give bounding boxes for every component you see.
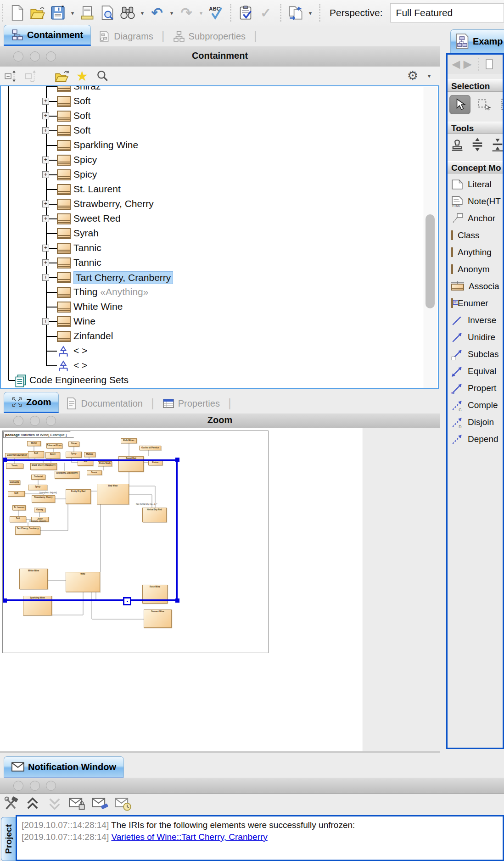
toolbox-item-note-ht[interactable]: HTMLNote(HT xyxy=(448,194,504,209)
toolbox-item-depend[interactable]: Depend xyxy=(448,431,504,447)
window-button-minimize[interactable] xyxy=(30,781,40,791)
toolbox-item-associa[interactable]: Associa xyxy=(448,279,504,294)
marquee-select-button[interactable] xyxy=(473,95,494,114)
compress-vertical-icon[interactable] xyxy=(491,137,504,152)
tree-item-soft[interactable]: Soft xyxy=(73,124,90,136)
tree-expander-plus[interactable]: + xyxy=(42,318,49,325)
transfer-dropdown-caret[interactable]: ▾ xyxy=(307,10,314,17)
window-button-zoom[interactable] xyxy=(46,781,56,791)
tree-item-soft[interactable]: Soft xyxy=(73,95,90,107)
diagram-node-dessert-wine[interactable]: Dessert Wine xyxy=(144,609,172,628)
collapse-selected-button[interactable] xyxy=(23,69,39,84)
diagram-node-shiraz[interactable]: Shiraz xyxy=(68,442,79,447)
save-dropdown-caret[interactable]: ▾ xyxy=(69,10,76,17)
tab-notification-window[interactable]: Notification Window xyxy=(4,756,124,778)
favorites-button[interactable]: ★ xyxy=(74,69,90,84)
tab-containment[interactable]: Containment xyxy=(4,25,91,46)
selection-handle[interactable] xyxy=(3,598,7,603)
tree-item-white-wine[interactable]: White Wine xyxy=(73,301,123,313)
diagram-node-soft[interactable]: Soft xyxy=(28,451,44,458)
spell-check-button[interactable]: ABC xyxy=(207,4,224,22)
print-preview-button[interactable] xyxy=(99,4,116,22)
diagram-node-cabernet-franc[interactable]: Cabernet Franc xyxy=(46,443,62,448)
collapse-all-button[interactable] xyxy=(3,69,18,84)
selection-handle[interactable] xyxy=(3,458,7,462)
tree-expander-plus[interactable]: + xyxy=(42,201,49,207)
tab-properties[interactable]: Properties xyxy=(155,394,227,413)
selection-handle[interactable] xyxy=(175,458,179,462)
tree-item-st-laurent[interactable]: St. Laurent xyxy=(73,183,121,195)
tree-item-tart-cherry-cranberry[interactable]: Tart Cherry, Cranberry xyxy=(73,271,173,284)
print-button[interactable] xyxy=(78,4,96,22)
tree-item-strawberry-cherry[interactable]: Strawberry, Cherry xyxy=(73,198,154,210)
tree-item-thing[interactable]: Thing «Anything» xyxy=(73,286,148,298)
tree-expander-plus[interactable]: + xyxy=(42,215,49,222)
partial-toolbar-icon[interactable] xyxy=(486,59,493,69)
open-project-button[interactable] xyxy=(29,4,46,22)
open-in-diagram-button[interactable] xyxy=(54,69,70,84)
toolbox-header-selection[interactable]: Selection xyxy=(448,79,504,92)
toolbox-item-equival[interactable]: Equival xyxy=(448,363,504,379)
tree-item-tannic[interactable]: Tannic xyxy=(73,257,101,268)
diagram-node-malbec[interactable]: Malbec xyxy=(84,452,95,457)
toolbox-item-disjoin[interactable]: DDisjoin xyxy=(448,414,504,430)
tree-item-zinfandel[interactable]: Zinfandel xyxy=(73,330,113,342)
tree-expander-plus[interactable]: + xyxy=(42,157,49,163)
cursor-tool-button[interactable] xyxy=(449,95,470,114)
zoom-diagram-thumbnail[interactable]: package Varieties of Wine[ Example ] Mer… xyxy=(2,430,269,653)
tree-expander-plus[interactable]: + xyxy=(42,171,49,178)
tree-item-spicy[interactable]: Spicy xyxy=(73,168,97,180)
find-button[interactable] xyxy=(119,4,136,22)
tree-scrollbar[interactable] xyxy=(424,87,437,389)
stamp-tool-icon[interactable] xyxy=(450,137,464,152)
distribute-vertical-icon[interactable] xyxy=(470,137,484,152)
tree-item--[interactable]: < > xyxy=(73,359,87,371)
toolbox-item-unidire[interactable]: Unidire xyxy=(448,330,504,345)
toolbox-item-inverse[interactable]: Inverse xyxy=(448,313,504,328)
validate-button[interactable] xyxy=(237,4,254,22)
diagram-node-merlot[interactable]: Merlot xyxy=(27,441,41,446)
tab-diagrams[interactable]: Diagrams xyxy=(91,27,161,46)
tree-item-sweet-red[interactable]: Sweet Red xyxy=(73,212,121,224)
toolbox-header-tools[interactable]: Tools xyxy=(448,122,504,134)
tree-expander-plus[interactable]: + xyxy=(42,274,49,281)
tab-subproperties[interactable]: Subproperties xyxy=(166,27,253,46)
diagram-selection-rect[interactable] xyxy=(3,459,178,601)
tree-item-code-engineering-sets[interactable]: Code Engineering Sets xyxy=(29,374,129,386)
undo-dropdown-caret[interactable]: ▾ xyxy=(168,10,175,17)
diagram-node-cabernet-sauvignon[interactable]: Cabernet Sauvignon xyxy=(5,453,29,458)
collapse-all-down-icon[interactable] xyxy=(47,796,62,811)
toolbox-item-enumer[interactable]: EEnumer xyxy=(448,296,504,311)
log-element-link[interactable]: Varieties of Wine::Tart Cherry, Cranberr… xyxy=(111,832,267,842)
save-button[interactable]: * xyxy=(49,4,67,22)
tree-item-shiraz[interactable]: Shiraz xyxy=(73,85,101,92)
notification-history-icon[interactable] xyxy=(115,796,131,811)
tree-expander-plus[interactable]: + xyxy=(42,112,49,119)
tree-item-syrah[interactable]: Syrah xyxy=(73,227,99,239)
toolbox-item-literal[interactable]: Literal xyxy=(448,177,504,192)
window-button-close[interactable] xyxy=(13,781,23,791)
toolbox-item-anonym[interactable]: Anonym xyxy=(448,262,504,277)
expand-all-icon[interactable] xyxy=(25,796,40,811)
toolbox-item-propert[interactable]: ∞Propert xyxy=(448,380,504,396)
toolbox-item-comple[interactable]: CComple xyxy=(448,397,504,413)
forward-arrow-icon[interactable]: ▶ xyxy=(464,58,471,70)
tab-zoom[interactable]: Zoom xyxy=(4,392,59,413)
tree-item-spicy[interactable]: Spicy xyxy=(73,154,97,166)
tree-expander-plus[interactable]: + xyxy=(42,245,49,252)
multi-select-button[interactable] xyxy=(497,95,504,114)
diagram-node-spicy[interactable]: Spicy xyxy=(66,452,82,458)
tree-expander-plus[interactable]: + xyxy=(42,127,49,134)
find-dropdown-caret[interactable]: ▾ xyxy=(139,10,146,17)
selection-handle[interactable] xyxy=(175,598,179,603)
settings-tools-icon[interactable] xyxy=(4,796,18,811)
toolbox-item-anchor[interactable]: Anchor xyxy=(448,211,504,226)
tree-item-wine[interactable]: Wine xyxy=(73,315,95,327)
panel-options-caret[interactable]: ▾ xyxy=(426,73,432,79)
commit-check-button[interactable]: ✓ xyxy=(257,4,274,22)
back-arrow-icon[interactable]: ◀ xyxy=(452,58,460,70)
tree-item-tannic[interactable]: Tannic xyxy=(73,242,101,254)
redo-button[interactable]: ↷ xyxy=(178,4,195,22)
tree-scrollbar-thumb[interactable] xyxy=(426,214,435,308)
tree-expander-plus[interactable]: + xyxy=(42,98,49,105)
